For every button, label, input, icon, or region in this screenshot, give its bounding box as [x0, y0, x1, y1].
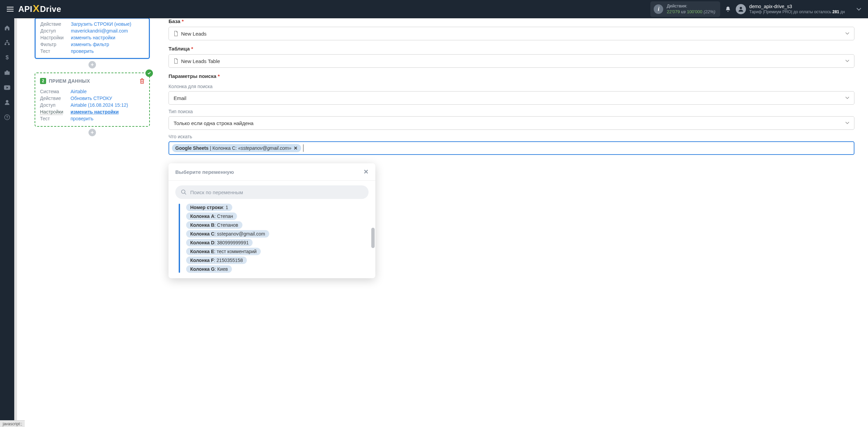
tariff-info: Тариф |Премиум PRO| до оплаты осталось 2…	[749, 9, 845, 15]
username: demo_apix-drive_s3	[749, 3, 845, 9]
svg-point-0	[740, 7, 742, 9]
logo-suffix: Drive	[40, 4, 61, 14]
info-icon: i	[654, 4, 663, 14]
actions-label: Действия:	[667, 3, 715, 9]
actions-counter[interactable]: i Действия: 22'079 из 100'000 (22%)	[650, 1, 720, 17]
logo-prefix: API	[18, 4, 33, 14]
logo[interactable]: API X Drive	[18, 3, 61, 15]
hamburger-icon[interactable]	[7, 5, 14, 13]
user-menu[interactable]: demo_apix-drive_s3 Тариф |Премиум PRO| д…	[736, 3, 845, 15]
logo-x-icon: X	[33, 3, 40, 14]
avatar-icon	[736, 4, 746, 14]
bell-icon[interactable]	[725, 6, 731, 13]
top-bar: API X Drive i Действия: 22'079 из 100'00…	[0, 0, 868, 18]
actions-values: 22'079 из 100'000 (22%)	[667, 9, 715, 15]
chevron-down-icon[interactable]	[856, 7, 861, 11]
